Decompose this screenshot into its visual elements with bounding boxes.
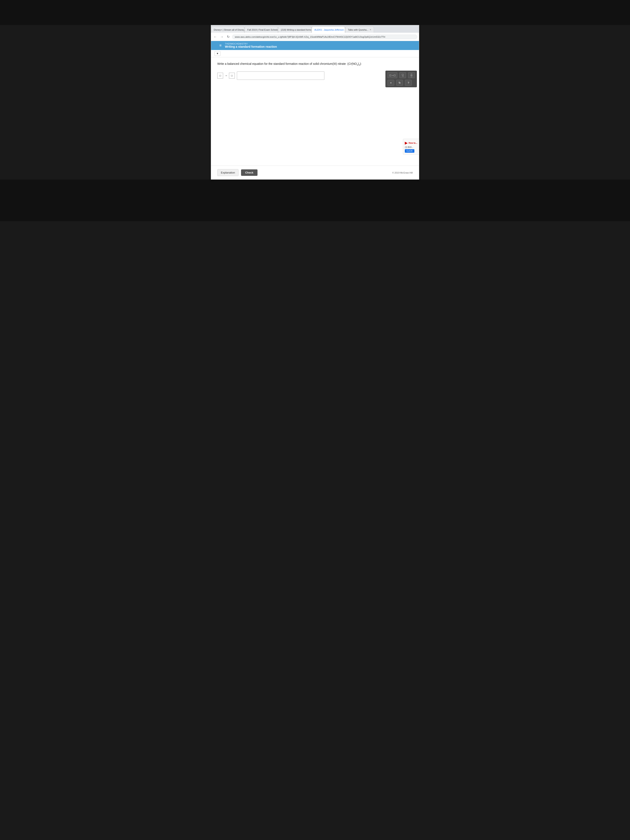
reaction-arrow: →	[224, 74, 228, 77]
check-button[interactable]: Check	[241, 169, 257, 176]
header-subtitle: THERMOCHEMISTRY	[225, 43, 277, 45]
refresh-button[interactable]: ↻	[226, 34, 231, 39]
tab-disney[interactable]: Disney+ | Stream all of Disney... ✕	[211, 27, 245, 33]
toolbar-dropdown[interactable]: ▼	[215, 51, 221, 56]
subscript-icon: □□	[402, 73, 403, 77]
undo-button[interactable]: ↻	[396, 80, 403, 85]
chevron-down-icon: ▼	[216, 52, 219, 55]
fraction-icon: □ □	[411, 73, 412, 78]
header-section: THERMOCHEMISTRY Writing a standard forma…	[225, 43, 277, 48]
question-formula: (Cr(NO3)3):	[347, 62, 362, 65]
url-input[interactable]: www-awu.aleks.com/alekscgi/x/lsl.exe/1o_…	[232, 35, 417, 39]
aleks-header: ≡ THERMOCHEMISTRY Writing a standard for…	[211, 41, 419, 50]
side-panel-title: How to...	[409, 142, 417, 144]
undo-icon: ↻	[398, 81, 401, 84]
footer-area: Explanation Check © 2019 McGraw-Hill	[211, 166, 419, 179]
main-content: Write a balanced chemical equation for t…	[211, 57, 419, 166]
explanation-button[interactable]: Explanation	[217, 169, 238, 176]
side-panel-subtitle: (1) $10...	[405, 146, 417, 148]
question-prefix: Write a balanced chemical equation for t…	[217, 62, 346, 65]
multiply-button[interactable]: ×	[387, 80, 394, 85]
tab-fall2019-label: Fall 2019 | Final Exam Schedul...	[247, 28, 278, 31]
question-text: Write a balanced chemical equation for t…	[217, 62, 413, 66]
product-box-icon: □	[231, 74, 232, 77]
help-icon: ?	[408, 81, 409, 84]
tab-fall2019[interactable]: Fall 2019 | Final Exam Schedul... ✕	[245, 27, 278, 33]
tab-bar: Disney+ | Stream all of Disney... ✕ Fall…	[211, 25, 419, 33]
equation-input-field[interactable]	[237, 71, 324, 80]
tab-writing[interactable]: (218) Writing a standard forma... ✕	[278, 27, 311, 33]
notification-icon: ▶	[405, 141, 408, 145]
empty-content-area	[217, 85, 413, 143]
help-button[interactable]: ?	[405, 80, 412, 85]
fraction-button[interactable]: □ □	[408, 72, 415, 78]
tab-talks[interactable]: Talks with Quesha... ✕	[345, 27, 374, 33]
header-title: Writing a standard formation reaction	[225, 45, 277, 48]
reactant-input-box[interactable]: □	[217, 73, 223, 79]
multiply-icon: ×	[390, 81, 392, 84]
back-button[interactable]: ←	[213, 34, 218, 39]
tab-writing-label: (218) Writing a standard forma...	[281, 28, 311, 31]
reaction-arrow-button[interactable]: □→□	[387, 72, 397, 78]
copyright-text: © 2019 McGraw-Hill	[392, 172, 413, 174]
hamburger-icon[interactable]: ≡	[219, 43, 222, 48]
side-panel: ▶ How to... (1) $10... CLICK	[403, 139, 419, 155]
address-bar: ← → ↻ www-awu.aleks.com/alekscgi/x/lsl.e…	[211, 33, 419, 41]
tab-close-icon[interactable]: ✕	[369, 28, 371, 31]
tab-aleks-label: ALEKS - Jaquesha Jefferson - L...	[314, 28, 345, 31]
forward-button[interactable]: →	[219, 34, 224, 39]
tab-disney-label: Disney+ | Stream all of Disney...	[214, 28, 245, 31]
reaction-arrow-icon: □→□	[389, 74, 395, 77]
product-input-box[interactable]: □	[229, 73, 235, 79]
footer-left: Explanation Check	[217, 169, 257, 176]
subscript-button[interactable]: □□	[399, 72, 406, 78]
reactant-box-icon: □	[219, 74, 221, 77]
click-button[interactable]: CLICK	[405, 149, 414, 153]
tab-talks-label: Talks with Quesha...	[348, 28, 368, 31]
toolbar-row: ▼	[211, 50, 419, 57]
tab-aleks[interactable]: ALEKS - Jaquesha Jefferson - L... ✕	[312, 27, 345, 33]
